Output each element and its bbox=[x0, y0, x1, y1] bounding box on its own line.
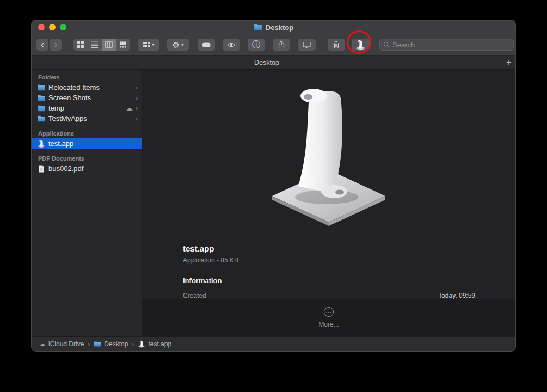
sidebar-item-label: bus002.pdf bbox=[48, 164, 138, 173]
chevron-right-icon: › bbox=[136, 105, 138, 112]
path-item-test-app[interactable]: test.app bbox=[138, 340, 171, 348]
window-title-text: Desktop bbox=[266, 23, 293, 32]
sidebar-item-label: temp bbox=[48, 104, 124, 112]
sidebar-item-relocated-items[interactable]: Relocated Items › bbox=[32, 82, 142, 93]
plus-icon: + bbox=[506, 58, 511, 68]
tag-icon bbox=[202, 42, 211, 47]
share-button[interactable] bbox=[273, 39, 290, 51]
forward-icon: › bbox=[54, 39, 58, 50]
info-icon: ⓘ bbox=[252, 40, 261, 49]
file-info-block: test.app Application - 85 KB Information… bbox=[183, 244, 475, 299]
gallery-view-button[interactable] bbox=[116, 39, 130, 51]
divider bbox=[183, 270, 475, 270]
applescript-app-icon[interactable] bbox=[260, 82, 397, 228]
applescript-icon bbox=[37, 139, 46, 148]
more-button[interactable]: ⋯ bbox=[324, 307, 334, 317]
view-switcher bbox=[73, 39, 130, 51]
file-meta: Application - 85 KB bbox=[183, 256, 475, 264]
screen: Desktop ‹ › bbox=[0, 0, 547, 392]
trash-icon bbox=[333, 40, 340, 49]
chevron-right-icon: › bbox=[136, 84, 138, 91]
sidebar-item-temp[interactable]: temp ☁ › bbox=[32, 103, 142, 113]
sidebar-item-test-app[interactable]: test.app bbox=[32, 138, 142, 149]
path-separator: › bbox=[132, 340, 134, 348]
preview-pane: test.app Application - 85 KB Information… bbox=[142, 70, 515, 299]
display-button[interactable] bbox=[298, 39, 316, 51]
tag-button[interactable] bbox=[198, 39, 215, 51]
icon-view-icon bbox=[77, 41, 84, 48]
finder-window: Desktop ‹ › bbox=[31, 20, 516, 352]
applescript-icon bbox=[138, 340, 145, 348]
run-script-button[interactable] bbox=[352, 39, 370, 51]
more-section: ⋯ More... bbox=[142, 299, 515, 336]
path-item-label: test.app bbox=[148, 340, 171, 348]
more-label[interactable]: More... bbox=[318, 321, 339, 328]
tab-bar: Desktop + bbox=[32, 55, 515, 70]
sidebar-item-screen-shots[interactable]: Screen Shots › bbox=[32, 93, 142, 103]
back-icon: ‹ bbox=[41, 39, 45, 50]
sidebar-item-label: Screen Shots bbox=[48, 94, 133, 102]
sidebar: Folders Relocated Items › Screen Shots ›… bbox=[32, 70, 142, 336]
sidebar-item-label: TestMyApps bbox=[48, 114, 133, 122]
gallery-view-icon bbox=[119, 41, 127, 48]
icon-view-button[interactable] bbox=[73, 39, 88, 51]
path-item-label: Desktop bbox=[104, 340, 128, 348]
path-item-icloud-drive[interactable]: ☁ iCloud Drive bbox=[39, 340, 84, 348]
tab-label: Desktop bbox=[254, 59, 279, 66]
chevron-right-icon: › bbox=[136, 94, 138, 101]
column-view-button[interactable] bbox=[102, 39, 116, 51]
document-icon bbox=[37, 164, 46, 173]
info-label: Created bbox=[183, 292, 206, 299]
sidebar-item-label: test.app bbox=[48, 139, 138, 148]
search-field[interactable] bbox=[379, 39, 514, 51]
chevron-right-icon: › bbox=[136, 115, 138, 122]
applescript-icon bbox=[355, 39, 366, 51]
sidebar-item-bus002-pdf[interactable]: bus002.pdf bbox=[32, 163, 142, 174]
tab-desktop[interactable]: Desktop bbox=[32, 56, 502, 69]
titlebar[interactable]: Desktop bbox=[32, 20, 515, 34]
chevron-down-icon: ▾ bbox=[152, 42, 155, 47]
search-input[interactable] bbox=[392, 41, 510, 49]
folder-icon bbox=[94, 340, 101, 348]
folder-icon bbox=[37, 114, 46, 123]
info-button[interactable]: ⓘ bbox=[248, 39, 265, 51]
window-title: Desktop bbox=[32, 20, 515, 34]
sidebar-section-pdf-documents: PDF Documents bbox=[32, 154, 142, 163]
sidebar-item-label: Relocated Items bbox=[48, 83, 133, 91]
column-view-icon bbox=[105, 41, 113, 48]
forward-button[interactable]: › bbox=[50, 39, 62, 51]
toolbar: ‹ › bbox=[32, 34, 515, 55]
list-view-button[interactable] bbox=[88, 39, 102, 51]
cloud-icon: ☁ bbox=[126, 105, 133, 112]
folder-icon bbox=[37, 83, 46, 92]
list-view-icon bbox=[91, 41, 99, 48]
gear-icon: ⚙ bbox=[173, 41, 180, 49]
group-button[interactable]: ▾ bbox=[138, 39, 159, 51]
share-icon bbox=[278, 40, 285, 49]
folder-icon bbox=[254, 23, 262, 32]
quicklook-button[interactable] bbox=[223, 39, 240, 51]
sidebar-section-applications: Applications bbox=[32, 128, 142, 138]
folder-icon bbox=[37, 104, 46, 113]
preview-column: test.app Application - 85 KB Information… bbox=[142, 70, 515, 336]
eye-icon bbox=[227, 42, 236, 48]
path-item-label: iCloud Drive bbox=[48, 340, 84, 348]
file-name: test.app bbox=[183, 244, 475, 253]
new-tab-button[interactable]: + bbox=[502, 56, 515, 69]
path-item-desktop[interactable]: Desktop bbox=[94, 340, 128, 348]
trash-button[interactable] bbox=[328, 39, 345, 51]
monitor-icon bbox=[303, 41, 311, 48]
ellipsis-icon: ⋯ bbox=[326, 309, 332, 315]
sidebar-section-folders: Folders bbox=[32, 72, 142, 82]
window-body: Folders Relocated Items › Screen Shots ›… bbox=[32, 70, 515, 336]
path-separator: › bbox=[88, 340, 90, 348]
action-button[interactable]: ⚙ ▾ bbox=[167, 39, 189, 51]
sidebar-item-testmyapps[interactable]: TestMyApps › bbox=[32, 113, 142, 124]
back-button[interactable]: ‹ bbox=[36, 39, 48, 51]
chevron-down-icon: ▾ bbox=[181, 42, 184, 47]
search-icon bbox=[383, 41, 390, 48]
information-header: Information bbox=[183, 277, 475, 285]
info-row-created: Created Today, 09:59 bbox=[183, 292, 475, 299]
folder-icon bbox=[37, 94, 46, 102]
group-icon bbox=[143, 41, 150, 48]
